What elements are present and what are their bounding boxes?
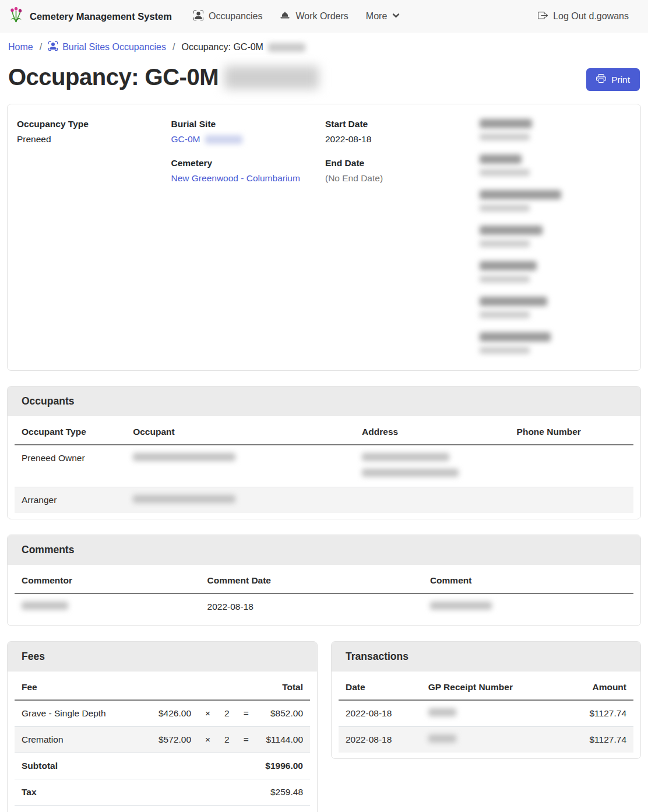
redacted-text <box>224 66 319 89</box>
col-fee-calc <box>152 675 256 700</box>
field-cemetery: Cemetery New Greenwood - Columbarium <box>171 158 323 184</box>
redacted-field <box>480 297 632 318</box>
logout-label: Log Out d.gowans <box>553 11 629 22</box>
col-comment: Comment <box>423 568 633 593</box>
redacted-value <box>480 240 530 247</box>
print-button[interactable]: Print <box>586 68 640 91</box>
breadcrumb-occupancies-link[interactable]: Burial Sites Occupancies <box>48 41 166 53</box>
comment-cell <box>423 593 633 620</box>
col-phone-number: Phone Number <box>510 420 633 445</box>
breadcrumb-current-label: Occupancy: GC-0M <box>181 42 263 52</box>
page-header: Occupancy: GC-0M Print <box>0 61 648 104</box>
fee-row: Cremation $572.00 × 2 = $1144.00 <box>15 727 310 753</box>
fee-total-cell: $852.00 <box>256 700 310 727</box>
redacted-field <box>480 154 632 176</box>
fee-times-cell: × <box>198 700 217 727</box>
occupants-card: Occupants Occupant Type Occupant Address… <box>7 386 641 519</box>
col-occupant: Occupant <box>126 420 355 445</box>
redacted-text <box>430 602 492 610</box>
fees-subtotal-row: Subtotal $1996.00 <box>15 753 310 779</box>
col-comment-date: Comment Date <box>200 568 423 593</box>
breadcrumb: Home / Burial Sites Occupancies / Occupa… <box>0 33 648 61</box>
fees-section-title: Fees <box>8 642 317 672</box>
logout-icon <box>538 10 548 23</box>
fees-card: Fees Fee Total Grave - Single Depth $426… <box>7 641 318 812</box>
nav-more[interactable]: More <box>357 6 408 26</box>
redacted-text <box>362 469 459 477</box>
col-amount: Amount <box>551 675 633 700</box>
redacted-field <box>480 332 632 354</box>
occupant-address-cell <box>355 445 510 487</box>
occupancy-type-value: Preneed <box>17 134 169 145</box>
grand-total-value: $2255.48 <box>256 806 310 812</box>
breadcrumb-home-link[interactable]: Home <box>8 42 33 52</box>
occupancy-details-card: Occupancy Type Preneed Burial Site GC-0M… <box>7 104 641 371</box>
transaction-receipt-cell <box>421 727 551 753</box>
field-end-date: End Date (No End Date) <box>325 158 477 184</box>
chevron-down-icon <box>392 11 400 22</box>
col-gp-receipt-number: GP Receipt Number <box>421 675 551 700</box>
redacted-value <box>480 276 530 283</box>
transaction-amount-cell: $1127.74 <box>551 700 633 727</box>
breadcrumb-separator: / <box>40 42 42 52</box>
occupant-address-cell <box>355 487 510 514</box>
col-commentor: Commentor <box>15 568 200 593</box>
comments-section-title: Comments <box>8 535 640 565</box>
subtotal-label: Subtotal <box>15 753 152 779</box>
occupant-row: Arranger <box>15 487 633 514</box>
redacted-text <box>268 43 305 52</box>
fee-name-cell: Cremation <box>15 727 152 753</box>
occupancy-type-label: Occupancy Type <box>17 119 169 129</box>
logout-button[interactable]: Log Out d.gowans <box>529 6 638 27</box>
occupant-name-cell <box>126 487 355 514</box>
nav-more-label: More <box>366 11 387 22</box>
occupants-section-title: Occupants <box>8 386 640 416</box>
transaction-row: 2022-08-18 $1127.74 <box>339 700 633 727</box>
app-title: Cemetery Management System <box>30 11 172 22</box>
page-title-text: Occupancy: GC-0M <box>8 64 219 90</box>
occupant-phone-cell <box>510 445 633 487</box>
fee-qty-cell: 2 <box>217 727 237 753</box>
occupant-type-cell: Preneed Owner <box>15 445 126 487</box>
transaction-receipt-cell <box>421 700 551 727</box>
hard-hat-icon <box>280 10 290 23</box>
transactions-section-title: Transactions <box>332 642 640 672</box>
comment-row: 2022-08-18 <box>15 593 633 620</box>
commentor-cell <box>15 593 200 620</box>
fee-unit-cell: $572.00 <box>152 727 198 753</box>
fee-name-cell: Grave - Single Depth <box>15 700 152 727</box>
nav-work-orders[interactable]: Work Orders <box>271 5 357 27</box>
redacted-value <box>480 169 530 176</box>
field-occupancy-type: Occupancy Type Preneed <box>17 119 169 145</box>
print-button-label: Print <box>611 75 630 85</box>
redacted-text <box>428 734 456 743</box>
breadcrumb-current: Occupancy: GC-0M <box>181 42 305 52</box>
transaction-date-cell: 2022-08-18 <box>339 700 421 727</box>
cemetery-label: Cemetery <box>171 158 323 168</box>
redacted-label <box>480 297 547 306</box>
nav-occupancies-label: Occupancies <box>209 11 263 22</box>
redacted-label <box>480 261 537 270</box>
comment-date-cell: 2022-08-18 <box>200 593 423 620</box>
redacted-text <box>133 453 235 461</box>
tulip-logo-icon <box>8 6 24 26</box>
fees-table: Fee Total Grave - Single Depth $426.00 ×… <box>15 675 310 812</box>
fee-row: Grave - Single Depth $426.00 × 2 = $852.… <box>15 700 310 727</box>
col-occupant-type: Occupant Type <box>15 420 126 445</box>
app-brand[interactable]: Cemetery Management System <box>8 6 172 26</box>
transaction-row: 2022-08-18 $1127.74 <box>339 727 633 753</box>
occupant-type-cell: Arranger <box>15 487 126 514</box>
fee-equals-cell: = <box>237 700 256 727</box>
start-date-label: Start Date <box>325 119 477 129</box>
end-date-label: End Date <box>325 158 477 168</box>
burial-site-link[interactable]: GC-0M <box>171 134 200 144</box>
occupant-row: Preneed Owner <box>15 445 633 487</box>
cemetery-link[interactable]: New Greenwood - Columbarium <box>171 173 300 183</box>
nav-occupancies[interactable]: Occupancies <box>185 6 272 27</box>
nav-work-orders-label: Work Orders <box>295 11 348 22</box>
person-bounding-box-icon <box>48 41 58 53</box>
burial-site-label: Burial Site <box>171 119 323 129</box>
redacted-text <box>428 708 456 716</box>
details-column-1: Occupancy Type Preneed <box>17 119 169 368</box>
redacted-label <box>480 190 561 199</box>
